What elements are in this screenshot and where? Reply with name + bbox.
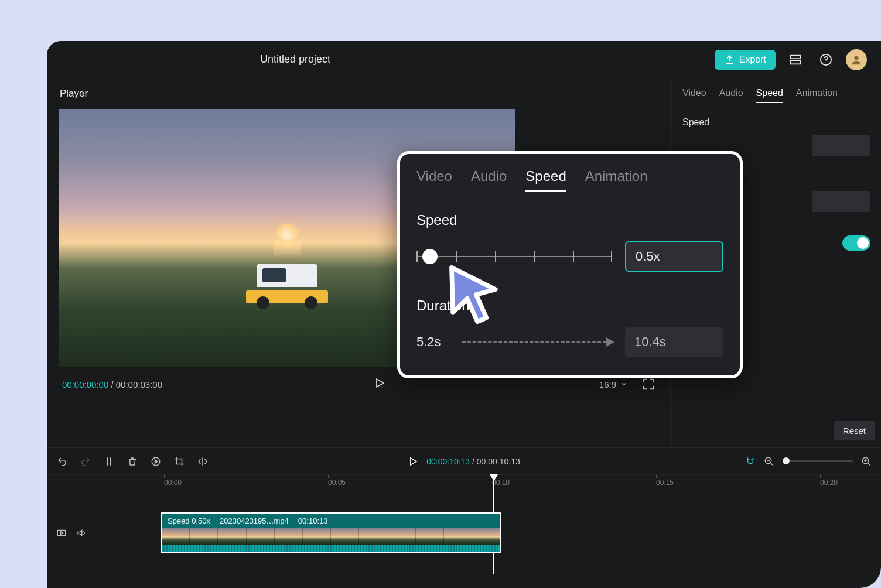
clip-speed-badge: Speed 0.50x <box>168 517 210 525</box>
rail-speed-input[interactable] <box>812 135 870 156</box>
timeline-time-total: 00:00:10:13 <box>477 457 520 466</box>
speed-slider[interactable] <box>416 248 612 265</box>
player-timecode: 00:00:00:00 / 00:00:03:00 <box>62 380 162 389</box>
clip-header: Speed 0.50x 20230423195…mp4 00:10:13 <box>162 514 500 528</box>
time-current: 00:00:00:00 <box>62 380 108 389</box>
duration-from: 5.2s <box>416 334 452 350</box>
timeline-ruler[interactable]: 00:00 00:05 00:10 00:15 00:20 <box>47 474 881 492</box>
pitch-toggle[interactable] <box>842 235 870 251</box>
zoom-slider[interactable] <box>783 460 853 462</box>
user-avatar[interactable] <box>846 49 867 70</box>
popout-tabs: Video Audio Speed Animation <box>416 168 723 192</box>
help-icon[interactable] <box>815 49 836 70</box>
clip-duration: 00:10:13 <box>298 517 328 525</box>
aspect-ratio-select[interactable]: 16:9 <box>599 380 628 389</box>
popout-tab-audio[interactable]: Audio <box>471 168 507 192</box>
svg-marker-6 <box>155 460 158 463</box>
duration-row: 5.2s 10.4s <box>416 327 723 357</box>
svg-marker-11 <box>61 532 63 535</box>
preview-van <box>246 264 328 309</box>
speed-popout-panel: Video Audio Speed Animation Speed 0.5x D… <box>397 151 743 378</box>
popout-duration-label: Duration <box>416 298 723 314</box>
timeline-play-group: 00:00:10:13 / 00:00:10:13 <box>408 456 520 467</box>
magnet-icon[interactable] <box>745 456 756 467</box>
zoom-in-icon[interactable] <box>861 456 872 467</box>
speed-section-label: Speed <box>682 117 870 128</box>
time-total: 00:00:03:00 <box>116 380 162 389</box>
timeline-timecode: 00:00:10:13 / 00:00:10:13 <box>426 457 520 466</box>
video-track-row: Speed 0.50x 20230423195…mp4 00:10:13 <box>47 510 881 556</box>
split-icon[interactable] <box>103 456 115 467</box>
tab-animation[interactable]: Animation <box>796 88 838 103</box>
video-track-icon[interactable] <box>56 528 68 538</box>
timeline-time-current: 00:00:10:13 <box>426 457 470 466</box>
duration-arrow-icon <box>462 341 614 343</box>
redo-icon <box>80 456 91 467</box>
timeline-play-button[interactable] <box>408 456 418 467</box>
svg-rect-10 <box>57 531 66 536</box>
reset-button[interactable]: Reset <box>834 421 875 440</box>
clip-thumbnails <box>162 528 500 545</box>
speed-value-input[interactable]: 0.5x <box>625 241 723 272</box>
delete-icon[interactable] <box>127 456 138 467</box>
svg-rect-0 <box>791 55 801 59</box>
clip-filename: 20230423195…mp4 <box>220 517 289 525</box>
tab-audio[interactable]: Audio <box>719 88 743 103</box>
popout-speed-label: Speed <box>416 212 723 228</box>
ruler-mark: 00:00 <box>164 478 182 487</box>
popout-tab-animation[interactable]: Animation <box>585 168 648 192</box>
ruler-mark: 00:20 <box>820 478 838 487</box>
duration-to-input[interactable]: 10.4s <box>625 327 723 357</box>
timeline-area: 00:00 00:05 00:10 00:15 00:20 Speed 0.50… <box>47 474 881 556</box>
chevron-down-icon <box>620 380 628 388</box>
svg-marker-4 <box>377 379 384 387</box>
rail-duration-input[interactable] <box>812 191 870 212</box>
svg-point-3 <box>854 56 858 60</box>
play-button[interactable] <box>374 377 388 391</box>
clip-audio-waveform <box>162 545 500 552</box>
tab-video[interactable]: Video <box>682 88 706 103</box>
timeline-clip[interactable]: Speed 0.50x 20230423195…mp4 00:10:13 <box>161 512 501 553</box>
speed-value-text: 0.5x <box>636 249 660 264</box>
popout-tab-video[interactable]: Video <box>416 168 452 192</box>
audio-track-icon[interactable] <box>76 528 88 538</box>
ruler-mark: 00:15 <box>656 478 674 487</box>
timeline-toolbar: 00:00:10:13 / 00:00:10:13 <box>47 447 881 474</box>
upload-icon <box>724 54 735 65</box>
undo-icon[interactable] <box>56 456 68 467</box>
zoom-out-icon[interactable] <box>764 456 774 467</box>
reset-row: Reset <box>834 421 875 440</box>
speed-slider-knob[interactable] <box>422 249 438 264</box>
ruler-mark: 00:05 <box>328 478 346 487</box>
preview-sun-reflection <box>274 240 301 258</box>
project-title[interactable]: Untitled project <box>61 53 715 66</box>
player-header: Player <box>59 88 658 100</box>
fullscreen-button[interactable] <box>642 378 655 391</box>
export-label: Export <box>739 54 766 65</box>
svg-marker-7 <box>411 458 417 465</box>
aspect-ratio-value: 16:9 <box>599 380 616 389</box>
tab-speed[interactable]: Speed <box>756 88 783 103</box>
export-button[interactable]: Export <box>715 50 776 70</box>
speed-icon[interactable] <box>150 456 162 467</box>
properties-tabs: Video Audio Speed Animation <box>682 88 870 103</box>
topbar: Untitled project Export <box>47 41 881 78</box>
crop-icon[interactable] <box>173 456 185 467</box>
mirror-icon[interactable] <box>197 456 209 467</box>
time-separator: / <box>111 380 115 389</box>
svg-rect-1 <box>791 60 801 64</box>
tracks: Speed 0.50x 20230423195…mp4 00:10:13 <box>47 492 881 556</box>
layout-icon[interactable] <box>785 49 806 70</box>
timeline-zoom <box>745 456 872 467</box>
duration-to-text: 10.4s <box>634 334 666 350</box>
speed-slider-row: 0.5x <box>416 241 723 272</box>
popout-tab-speed[interactable]: Speed <box>525 168 566 192</box>
